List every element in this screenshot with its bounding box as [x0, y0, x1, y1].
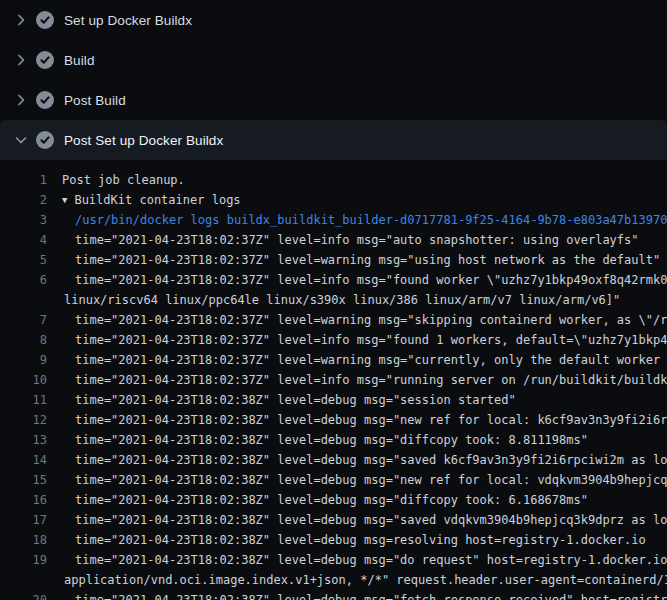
- log-line-text: time="2021-04-23T18:02:37Z" level=warnin…: [47, 310, 667, 330]
- chevron-down-icon[interactable]: [13, 132, 29, 148]
- log-line-text: time="2021-04-23T18:02:38Z" level=debug …: [47, 550, 667, 570]
- log-line: 3/usr/bin/docker logs buildx_buildkit_bu…: [0, 210, 667, 230]
- log-group-toggle[interactable]: ▼BuildKit container logs: [47, 190, 667, 210]
- step-label: Post Build: [64, 93, 126, 108]
- log-line: 9time="2021-04-23T18:02:37Z" level=warni…: [0, 350, 667, 370]
- log-line-number[interactable]: 15: [0, 470, 47, 490]
- step-label: Build: [64, 53, 95, 68]
- step-label: Post Set up Docker Buildx: [64, 133, 223, 148]
- log-line-continuation: application/vnd.oci.image.index.v1+json,…: [0, 570, 667, 590]
- log-line-text: time="2021-04-23T18:02:38Z" level=debug …: [47, 530, 667, 550]
- step-header-1[interactable]: Build: [0, 40, 667, 80]
- log-line-number[interactable]: 20: [0, 590, 47, 600]
- log-line-number: [0, 290, 47, 310]
- log-line-number[interactable]: 17: [0, 510, 47, 530]
- log-line: 15time="2021-04-23T18:02:38Z" level=debu…: [0, 470, 667, 490]
- step-header-0[interactable]: Set up Docker Buildx: [0, 0, 667, 40]
- log-line-number[interactable]: 8: [0, 330, 47, 350]
- log-line-text: linux/riscv64 linux/ppc64le linux/s390x …: [47, 290, 667, 310]
- log-line: 14time="2021-04-23T18:02:38Z" level=debu…: [0, 450, 667, 470]
- log-line-text: application/vnd.oci.image.index.v1+json,…: [47, 570, 667, 590]
- log-line-number[interactable]: 5: [0, 250, 47, 270]
- log-line-continuation: linux/riscv64 linux/ppc64le linux/s390x …: [0, 290, 667, 310]
- log-line-text: time="2021-04-23T18:02:38Z" level=debug …: [47, 490, 667, 510]
- log-line: 7time="2021-04-23T18:02:37Z" level=warni…: [0, 310, 667, 330]
- log-line-text: time="2021-04-23T18:02:38Z" level=debug …: [47, 430, 667, 450]
- log-line-number[interactable]: 19: [0, 550, 47, 570]
- log-line-text: time="2021-04-23T18:02:38Z" level=debug …: [47, 410, 667, 430]
- log-line-text: time="2021-04-23T18:02:38Z" level=debug …: [47, 510, 667, 530]
- check-circle-icon: [36, 11, 54, 29]
- log-line-number[interactable]: 16: [0, 490, 47, 510]
- step-label: Set up Docker Buildx: [64, 13, 192, 28]
- log-line-number[interactable]: 2: [0, 190, 47, 210]
- log-line-text: time="2021-04-23T18:02:37Z" level=info m…: [47, 330, 667, 350]
- log-line: 4time="2021-04-23T18:02:37Z" level=info …: [0, 230, 667, 250]
- log-line-number[interactable]: 14: [0, 450, 47, 470]
- chevron-right-icon[interactable]: [13, 12, 29, 28]
- log-line: 20time="2021-04-23T18:02:38Z" level=debu…: [0, 590, 667, 600]
- log-line-text: time="2021-04-23T18:02:38Z" level=debug …: [47, 470, 667, 490]
- log-line-text: time="2021-04-23T18:02:37Z" level=info m…: [47, 230, 667, 250]
- log-line: 5time="2021-04-23T18:02:37Z" level=warni…: [0, 250, 667, 270]
- log-line-number[interactable]: 11: [0, 390, 47, 410]
- log-line: 13time="2021-04-23T18:02:38Z" level=debu…: [0, 430, 667, 450]
- log-line-number[interactable]: 10: [0, 370, 47, 390]
- log-line-text: time="2021-04-23T18:02:37Z" level=warnin…: [47, 350, 667, 370]
- log-line: 12time="2021-04-23T18:02:38Z" level=debu…: [0, 410, 667, 430]
- log-line-number[interactable]: 18: [0, 530, 47, 550]
- step-header-3[interactable]: Post Set up Docker Buildx: [0, 120, 667, 160]
- log-line-text: time="2021-04-23T18:02:38Z" level=debug …: [47, 450, 667, 470]
- check-circle-icon: [36, 131, 54, 149]
- log-line-text: Post job cleanup.: [47, 170, 667, 190]
- log-line-text: time="2021-04-23T18:02:37Z" level=info m…: [47, 370, 667, 390]
- log-line-text: time="2021-04-23T18:02:38Z" level=debug …: [47, 590, 667, 600]
- steps-list: Set up Docker BuildxBuildPost BuildPost …: [0, 0, 667, 160]
- log-line: 8time="2021-04-23T18:02:37Z" level=info …: [0, 330, 667, 350]
- log-command-text: /usr/bin/docker logs buildx_buildkit_bui…: [47, 210, 667, 230]
- triangle-down-icon: ▼: [62, 190, 74, 210]
- log-line: 16time="2021-04-23T18:02:38Z" level=debu…: [0, 490, 667, 510]
- log-line-number[interactable]: 1: [0, 170, 47, 190]
- log-line-text: time="2021-04-23T18:02:37Z" level=warnin…: [47, 250, 667, 270]
- check-circle-icon: [36, 91, 54, 109]
- log-line-number[interactable]: 3: [0, 210, 47, 230]
- log-line: 17time="2021-04-23T18:02:38Z" level=debu…: [0, 510, 667, 530]
- log-line: 11time="2021-04-23T18:02:38Z" level=debu…: [0, 390, 667, 410]
- check-circle-icon: [36, 51, 54, 69]
- log-line-number[interactable]: 6: [0, 270, 47, 290]
- log-line: 10time="2021-04-23T18:02:37Z" level=info…: [0, 370, 667, 390]
- log-line-number[interactable]: 9: [0, 350, 47, 370]
- log-view: 1Post job cleanup.2▼BuildKit container l…: [0, 160, 667, 600]
- log-line: 6time="2021-04-23T18:02:37Z" level=info …: [0, 270, 667, 290]
- log-line-text: time="2021-04-23T18:02:38Z" level=debug …: [47, 390, 667, 410]
- log-line-number[interactable]: 4: [0, 230, 47, 250]
- step-header-2[interactable]: Post Build: [0, 80, 667, 120]
- log-line: 19time="2021-04-23T18:02:38Z" level=debu…: [0, 550, 667, 570]
- log-group-label: BuildKit container logs: [74, 190, 240, 210]
- log-line-number: [0, 570, 47, 590]
- log-line-number[interactable]: 13: [0, 430, 47, 450]
- chevron-right-icon[interactable]: [13, 52, 29, 68]
- log-line: 1Post job cleanup.: [0, 170, 667, 190]
- log-line-number[interactable]: 7: [0, 310, 47, 330]
- log-line-number[interactable]: 12: [0, 410, 47, 430]
- log-line: 18time="2021-04-23T18:02:38Z" level=debu…: [0, 530, 667, 550]
- chevron-right-icon[interactable]: [13, 92, 29, 108]
- log-line-text: time="2021-04-23T18:02:37Z" level=info m…: [47, 270, 667, 290]
- log-line: 2▼BuildKit container logs: [0, 190, 667, 210]
